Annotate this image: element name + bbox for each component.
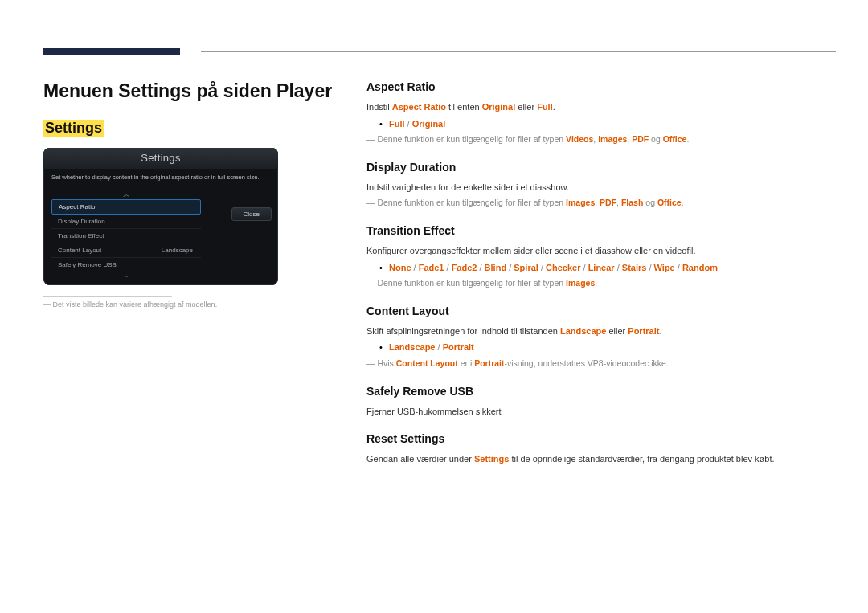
availability-note: Denne funktion er kun tilgængelig for fi…: [366, 133, 836, 146]
panel-item-content-layout[interactable]: Content Layout Landscape: [51, 243, 201, 258]
panel-description: Set whether to display content in the or…: [43, 169, 278, 190]
panel-list: Aspect Ratio Display Duration Transition…: [51, 199, 201, 272]
section-heading: Safely Remove USB: [366, 385, 836, 398]
header-rule: [201, 51, 836, 52]
section-intro: Indstil Aspect Ratio til enten Original …: [366, 100, 836, 114]
header-accent-bar: [43, 48, 180, 55]
section-intro: Indstil varigheden for de enkelte sider …: [366, 181, 836, 194]
section-intro: Konfigurer overgangseffekter mellem side…: [366, 244, 836, 258]
footnote-label: Det viste billede kan variere afhængigt …: [53, 300, 218, 309]
panel-item-aspect-ratio[interactable]: Aspect Ratio: [51, 199, 201, 215]
section-display-duration: Display Duration Indstil varigheden for …: [366, 161, 836, 210]
section-content-layout: Content Layout Skift afspilningsretninge…: [366, 304, 836, 370]
panel-item-label: Transition Effect: [58, 232, 104, 239]
option-bullet: Full / Original: [366, 117, 836, 131]
section-safely-remove-usb: Safely Remove USB Fjerner USB-hukommelse…: [366, 385, 836, 419]
section-intro: Skift afspilningsretningen for indhold t…: [366, 325, 836, 338]
close-button[interactable]: Close: [231, 207, 272, 221]
panel-title: Settings: [43, 148, 278, 169]
panel-item-transition-effect[interactable]: Transition Effect: [51, 229, 201, 243]
section-heading: Aspect Ratio: [366, 80, 836, 93]
section-heading: Reset Settings: [366, 432, 836, 445]
availability-note: Denne funktion er kun tilgængelig for fi…: [366, 197, 836, 210]
panel-item-display-duration[interactable]: Display Duration: [51, 215, 201, 229]
panel-item-value: Landscape: [162, 247, 193, 254]
section-heading: Transition Effect: [366, 224, 836, 237]
right-column: Aspect Ratio Indstil Aspect Ratio til en…: [350, 80, 836, 480]
section-intro: Gendan alle værdier under Settings til d…: [366, 452, 836, 466]
section-reset-settings: Reset Settings Gendan alle værdier under…: [366, 432, 836, 466]
panel-item-label: Content Layout: [58, 247, 101, 254]
section-aspect-ratio: Aspect Ratio Indstil Aspect Ratio til en…: [366, 80, 836, 146]
section-intro: Fjerner USB-hukommelsen sikkert: [366, 405, 836, 419]
panel-item-label: Aspect Ratio: [59, 203, 95, 210]
footnote-text: ― Det viste billede kan variere afhængig…: [43, 300, 350, 309]
option-bullet: Landscape / Portrait: [366, 341, 836, 354]
page-title: Menuen Settings på siden Player: [43, 80, 350, 102]
chevron-down-icon[interactable]: ﹀: [51, 272, 201, 282]
footnote-rule: [43, 296, 172, 297]
availability-note: Denne funktion er kun tilgængelig for fi…: [366, 277, 836, 290]
section-heading: Content Layout: [366, 304, 836, 317]
codec-note: Hvis Content Layout er i Portrait-visnin…: [366, 358, 836, 370]
settings-heading-highlight: Settings: [43, 120, 104, 137]
page-body: Menuen Settings på siden Player Settings…: [0, 0, 868, 480]
panel-item-label: Display Duration: [58, 218, 105, 225]
settings-panel-screenshot: Settings Set whether to display content …: [43, 148, 278, 285]
option-bullet: None / Fade1 / Fade2 / Blind / Spiral / …: [366, 261, 836, 275]
panel-item-label: Safely Remove USB: [58, 261, 117, 268]
chevron-up-icon[interactable]: ︿: [51, 190, 201, 199]
left-column: Menuen Settings på siden Player Settings…: [43, 80, 350, 480]
panel-item-safely-remove-usb[interactable]: Safely Remove USB: [51, 258, 201, 272]
section-transition-effect: Transition Effect Konfigurer overgangsef…: [366, 224, 836, 290]
panel-list-wrap: ︿ Aspect Ratio Display Duration Transiti…: [43, 190, 278, 285]
section-heading: Display Duration: [366, 161, 836, 174]
